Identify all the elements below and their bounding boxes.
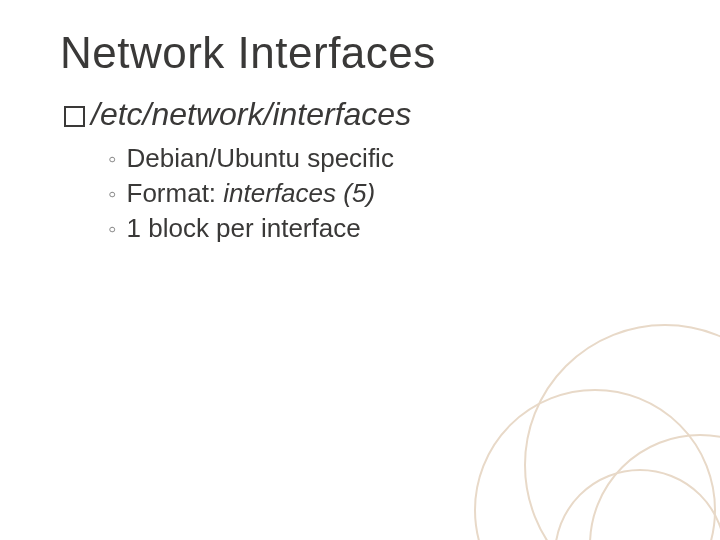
sub-text: Debian/Ubuntu specific xyxy=(127,141,394,176)
svg-point-1 xyxy=(475,390,715,540)
sub-text: Format: interfaces (5) xyxy=(127,176,376,211)
sub-text-prefix: Format: xyxy=(127,178,224,208)
bullet-square-icon xyxy=(64,106,85,127)
svg-point-2 xyxy=(590,435,720,540)
ring-bullet-icon: ◦ xyxy=(108,143,117,175)
sub-text-italic: interfaces (5) xyxy=(223,178,375,208)
sub-item-block: ◦ 1 block per interface xyxy=(108,211,670,246)
svg-point-3 xyxy=(555,470,720,540)
sub-item-format: ◦ Format: interfaces (5) xyxy=(108,176,670,211)
sub-item-debian: ◦ Debian/Ubuntu specific xyxy=(108,141,670,176)
slide-title: Network Interfaces xyxy=(60,28,670,78)
topic-text: /etc/network/interfaces xyxy=(91,96,411,133)
ring-bullet-icon: ◦ xyxy=(108,178,117,210)
slide-content: Network Interfaces /etc/network/interfac… xyxy=(0,0,720,246)
topic-row: /etc/network/interfaces xyxy=(64,96,670,133)
ring-bullet-icon: ◦ xyxy=(108,213,117,245)
sub-list: ◦ Debian/Ubuntu specific ◦ Format: inter… xyxy=(108,141,670,246)
sub-text: 1 block per interface xyxy=(127,211,361,246)
svg-point-0 xyxy=(525,325,720,540)
